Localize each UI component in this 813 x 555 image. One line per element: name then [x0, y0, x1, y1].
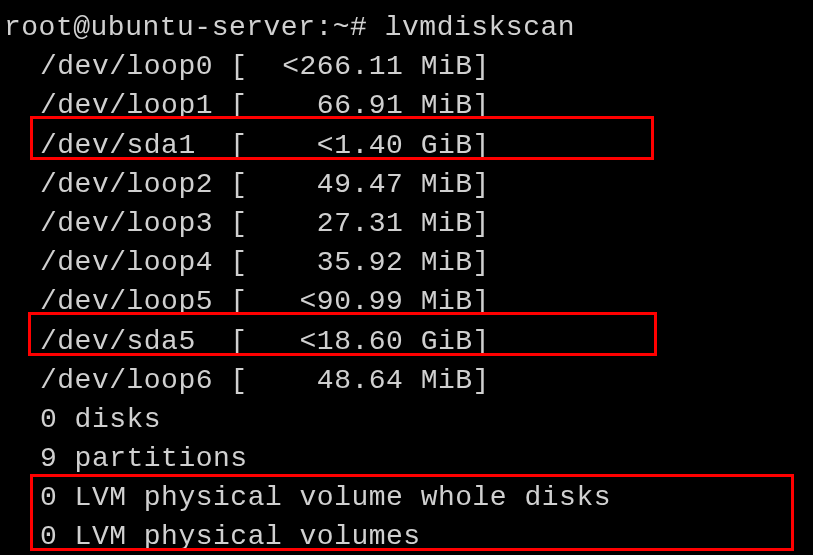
summary-disks: 0 disks	[4, 400, 809, 439]
command: lvmdiskscan	[385, 12, 575, 43]
device-row: /dev/loop0 [ <266.11 MiB]	[4, 47, 809, 86]
device-row: /dev/loop4 [ 35.92 MiB]	[4, 243, 809, 282]
user: root	[4, 12, 73, 43]
device-row: /dev/loop1 [ 66.91 MiB]	[4, 86, 809, 125]
device-row: /dev/loop5 [ <90.99 MiB]	[4, 282, 809, 321]
device-row: /dev/loop3 [ 27.31 MiB]	[4, 204, 809, 243]
device-row: /dev/sda1 [ <1.40 GiB]	[4, 126, 809, 165]
summary-partitions: 9 partitions	[4, 439, 809, 478]
summary-pv-whole: 0 LVM physical volume whole disks	[4, 478, 809, 517]
path: ~	[333, 12, 350, 43]
host: ubuntu-server	[91, 12, 316, 43]
prompt-line: root@ubuntu-server:~# lvmdiskscan	[4, 8, 809, 47]
device-list: /dev/loop0 [ <266.11 MiB]/dev/loop1 [ 66…	[4, 47, 809, 400]
device-row: /dev/sda5 [ <18.60 GiB]	[4, 322, 809, 361]
device-row: /dev/loop6 [ 48.64 MiB]	[4, 361, 809, 400]
summary-pv: 0 LVM physical volumes	[4, 517, 809, 555]
device-row: /dev/loop2 [ 49.47 MiB]	[4, 165, 809, 204]
prompt-symbol: #	[350, 12, 367, 43]
